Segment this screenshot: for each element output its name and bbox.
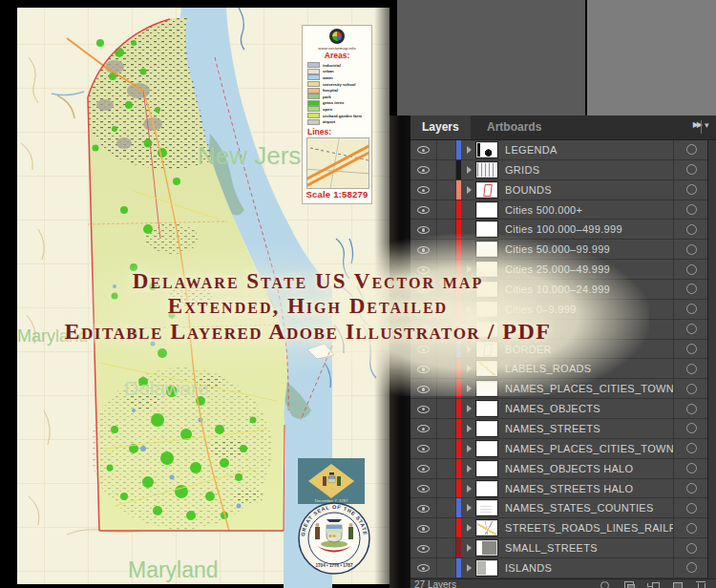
expand-toggle[interactable] [461,385,476,392]
target-circle[interactable] [686,562,697,573]
lock-toggle[interactable] [437,359,456,378]
visibility-toggle[interactable] [411,439,437,458]
visibility-toggle[interactable] [411,379,437,398]
expand-toggle[interactable] [461,285,476,293]
target-circle[interactable] [686,164,697,175]
lock-toggle[interactable] [437,300,456,319]
layer-thumbnail[interactable] [476,342,497,357]
layer-row[interactable]: GRIDS [411,160,708,180]
collapse-panel-icon[interactable]: ▶▶ [693,120,701,129]
visibility-toggle[interactable] [411,359,437,378]
lock-toggle[interactable] [437,180,456,200]
lock-toggle[interactable] [437,538,456,557]
lock-toggle[interactable] [437,558,456,578]
target-circle[interactable] [686,324,697,334]
lock-toggle[interactable] [437,240,456,259]
layer-row[interactable]: BOUNDS [411,180,708,200]
layer-thumbnail[interactable] [476,441,497,456]
layer-row[interactable]: NAMES_OBJECTS HALO [411,459,708,479]
layer-row[interactable]: Cities 500.000+ [411,200,708,220]
visibility-toggle[interactable] [411,300,437,319]
layer-thumbnail[interactable] [476,242,497,257]
expand-toggle[interactable] [461,524,476,532]
expand-toggle[interactable] [461,186,476,194]
lock-toggle[interactable] [437,160,456,179]
layer-thumbnail[interactable] [476,481,497,496]
target-circle[interactable] [686,204,697,215]
tab-artboards[interactable]: Artboards [475,116,553,139]
layer-row[interactable]: NAMES_STREETS [411,419,708,439]
layer-row[interactable]: Cities 50.000–99.999 [411,240,708,260]
target-circle[interactable] [686,284,697,294]
visibility-toggle[interactable] [411,200,437,220]
lock-toggle[interactable] [437,479,456,498]
visibility-toggle[interactable] [411,160,437,179]
layer-thumbnail[interactable] [476,381,497,396]
expand-toggle[interactable] [461,485,476,493]
layer-thumbnail[interactable] [476,221,497,237]
layer-row[interactable]: POINTS [411,320,708,340]
new-sublayer-button[interactable] [647,580,659,588]
visibility-toggle[interactable] [411,558,437,578]
visibility-toggle[interactable] [411,280,437,299]
delete-selection-button[interactable] [695,580,706,588]
new-layer-button[interactable] [671,580,683,588]
layer-row[interactable]: LABELS_ROADS [411,359,708,379]
lock-toggle[interactable] [437,280,456,299]
layer-thumbnail[interactable] [476,202,497,218]
panel-scrollbar[interactable] [707,140,716,578]
lock-toggle[interactable] [437,320,456,339]
expand-toggle[interactable] [461,405,476,412]
lock-toggle[interactable] [437,379,456,398]
layer-thumbnail[interactable] [476,162,497,178]
layer-row[interactable]: NAMES_STATES_COUNTIES [411,498,708,518]
lock-toggle[interactable] [437,340,456,359]
layer-row[interactable]: Cities 100.000–499.999 [411,220,708,240]
visibility-toggle[interactable] [411,518,437,537]
lock-toggle[interactable] [437,200,456,220]
lock-toggle[interactable] [437,260,456,279]
target-circle[interactable] [686,463,697,473]
expand-toggle[interactable] [461,544,476,552]
layer-row[interactable]: STREETS_ROADS_LINES_RAILR... [411,518,708,538]
target-circle[interactable] [686,224,697,235]
visibility-toggle[interactable] [411,479,437,498]
expand-toggle[interactable] [461,365,476,372]
target-circle[interactable] [686,244,697,255]
target-circle[interactable] [686,344,697,354]
layer-row[interactable]: BORDER [411,340,708,360]
target-circle[interactable] [686,523,697,534]
target-circle[interactable] [686,184,697,195]
expand-toggle[interactable] [461,166,476,174]
target-circle[interactable] [686,503,697,514]
layer-row[interactable]: LEGENDA [411,140,708,160]
visibility-toggle[interactable] [411,140,437,159]
lock-toggle[interactable] [437,399,456,418]
layer-row[interactable]: NAMES_STREETS HALO [411,479,708,499]
visibility-toggle[interactable] [411,240,437,259]
target-circle[interactable] [686,483,697,494]
lock-toggle[interactable] [437,140,456,159]
layer-row[interactable]: ISLANDS [411,558,708,578]
expand-toggle[interactable] [461,265,476,273]
locate-object-button[interactable] [600,580,611,588]
layer-row[interactable]: NAMES_PLACES_CITIES_TOWN... [411,439,708,459]
target-circle[interactable] [686,304,697,314]
layer-row[interactable]: SMALL_STREETS [411,538,708,558]
layer-row[interactable]: NAMES_PLACES_CITIES_TOWNS [411,379,708,399]
target-circle[interactable] [686,364,697,374]
layer-thumbnail[interactable] [476,540,497,556]
panel-menu-icon[interactable]: ▾ [701,120,714,134]
lock-toggle[interactable] [437,439,456,458]
layer-thumbnail[interactable] [476,500,497,515]
layer-thumbnail[interactable] [476,520,497,536]
expand-toggle[interactable] [461,465,476,472]
target-circle[interactable] [686,443,697,453]
layer-thumbnail[interactable] [476,262,497,277]
layer-row[interactable]: Cities 25.000–49.999 [411,260,708,280]
layer-row[interactable]: Cities 10.000–24.999 [411,280,708,300]
layer-thumbnail[interactable] [476,322,497,337]
visibility-toggle[interactable] [411,498,437,517]
expand-toggle[interactable] [461,425,476,432]
visibility-toggle[interactable] [411,399,437,418]
